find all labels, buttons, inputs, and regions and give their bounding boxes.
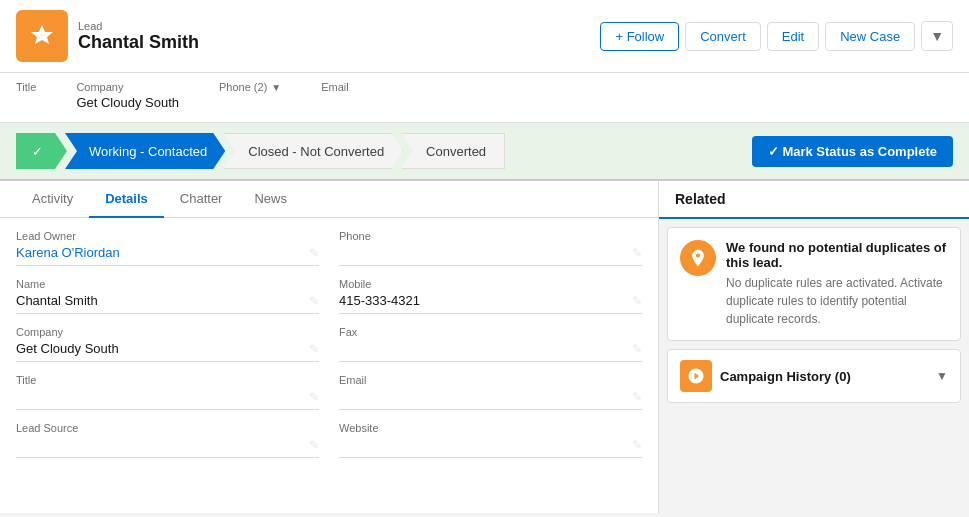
name-edit-icon[interactable]: ✎: [309, 294, 319, 308]
duplicate-notice: We found no potential duplicates of this…: [680, 240, 948, 328]
name-label: Name: [16, 278, 319, 290]
lead-text: Lead Chantal Smith: [78, 20, 199, 53]
page-header: Lead Chantal Smith + Follow Convert Edit…: [0, 0, 969, 73]
tab-details[interactable]: Details: [89, 181, 164, 218]
edit-button[interactable]: Edit: [767, 22, 819, 51]
status-step-closed[interactable]: Closed - Not Converted: [223, 133, 403, 169]
company-form-label: Company: [16, 326, 319, 338]
field-email: Email: [321, 81, 349, 110]
phone-field-value: ✎: [339, 244, 642, 266]
campaign-title: Campaign History (0): [720, 369, 851, 384]
field-phone: Phone ✎: [339, 230, 642, 266]
title-form-label: Title: [16, 374, 319, 386]
convert-button[interactable]: Convert: [685, 22, 761, 51]
follow-button[interactable]: + Follow: [600, 22, 679, 51]
form-row-3: Company Get Cloudy South ✎ Fax ✎: [16, 326, 642, 362]
title-label: Title: [16, 81, 36, 93]
duplicate-notice-card: We found no potential duplicates of this…: [667, 227, 961, 341]
company-form-text: Get Cloudy South: [16, 341, 119, 356]
tab-news[interactable]: News: [238, 181, 303, 218]
status-bar: ✓ Working - Contacted Closed - Not Conve…: [0, 123, 969, 181]
field-mobile: Mobile 415-333-4321 ✎: [339, 278, 642, 314]
status-working-label: Working - Contacted: [89, 144, 207, 159]
website-value: ✎: [339, 436, 642, 458]
more-actions-button[interactable]: ▼: [921, 21, 953, 51]
company-edit-icon[interactable]: ✎: [309, 342, 319, 356]
field-name: Name Chantal Smith ✎: [16, 278, 319, 314]
phone-chevron-icon[interactable]: ▼: [271, 82, 281, 93]
form-row-5: Lead Source ✎ Website ✎: [16, 422, 642, 458]
related-header: Related: [659, 181, 969, 219]
field-lead-owner: Lead Owner Karena O'Riordan ✎: [16, 230, 319, 266]
status-closed-label: Closed - Not Converted: [248, 144, 384, 159]
duplicate-text: We found no potential duplicates of this…: [726, 240, 948, 328]
check-icon: ✓: [32, 144, 43, 159]
phone-label: Phone (2) ▼: [219, 81, 281, 93]
company-form-value: Get Cloudy South ✎: [16, 340, 319, 362]
campaign-chevron-icon: ▼: [936, 369, 948, 383]
mobile-label: Mobile: [339, 278, 642, 290]
name-value: Chantal Smith ✎: [16, 292, 319, 314]
duplicate-desc: No duplicate rules are activated. Activa…: [726, 274, 948, 328]
status-step-converted[interactable]: Converted: [401, 133, 505, 169]
title-edit-icon[interactable]: ✎: [309, 390, 319, 404]
website-edit-icon[interactable]: ✎: [632, 438, 642, 452]
fax-label: Fax: [339, 326, 642, 338]
name-text: Chantal Smith: [16, 293, 98, 308]
header-actions: + Follow Convert Edit New Case ▼: [600, 21, 953, 51]
field-fax: Fax ✎: [339, 326, 642, 362]
form-body: Lead Owner Karena O'Riordan ✎ Phone ✎: [0, 218, 658, 482]
field-company: Company Get Cloudy South: [76, 81, 179, 110]
tab-chatter[interactable]: Chatter: [164, 181, 239, 218]
company-label: Company: [76, 81, 179, 93]
lead-owner-link[interactable]: Karena O'Riordan: [16, 245, 120, 260]
phone-field-label: Phone: [339, 230, 642, 242]
campaign-icon: [680, 360, 712, 392]
left-panel: Activity Details Chatter News Lead Owner…: [0, 181, 659, 513]
fax-edit-icon[interactable]: ✎: [632, 342, 642, 356]
fax-value: ✎: [339, 340, 642, 362]
form-row-2: Name Chantal Smith ✎ Mobile 415-333-4321…: [16, 278, 642, 314]
form-row-1: Lead Owner Karena O'Riordan ✎ Phone ✎: [16, 230, 642, 266]
email-label: Email: [321, 81, 349, 93]
lead-identity: Lead Chantal Smith: [16, 10, 199, 62]
mobile-text: 415-333-4321: [339, 293, 420, 308]
lead-owner-edit-icon[interactable]: ✎: [309, 246, 319, 260]
lead-source-value: ✎: [16, 436, 319, 458]
tab-activity[interactable]: Activity: [16, 181, 89, 218]
lead-source-label: Lead Source: [16, 422, 319, 434]
field-company-form: Company Get Cloudy South ✎: [16, 326, 319, 362]
title-form-value: ✎: [16, 388, 319, 410]
new-case-button[interactable]: New Case: [825, 22, 915, 51]
field-email-form: Email ✎: [339, 374, 642, 410]
right-panel: Related We found no potential duplicates…: [659, 181, 969, 513]
mark-complete-button[interactable]: ✓ Mark Status as Complete: [752, 136, 953, 167]
status-step-working[interactable]: Working - Contacted: [65, 133, 225, 169]
email-form-label: Email: [339, 374, 642, 386]
main-content: Activity Details Chatter News Lead Owner…: [0, 181, 969, 513]
phone-edit-icon[interactable]: ✎: [632, 246, 642, 260]
company-value: Get Cloudy South: [76, 95, 179, 110]
email-edit-icon[interactable]: ✎: [632, 390, 642, 404]
field-title-form: Title ✎: [16, 374, 319, 410]
field-phone: Phone (2) ▼: [219, 81, 281, 110]
lead-name: Chantal Smith: [78, 32, 199, 53]
email-form-value: ✎: [339, 388, 642, 410]
campaign-history-card[interactable]: Campaign History (0) ▼: [667, 349, 961, 403]
duplicate-icon: [680, 240, 716, 276]
lead-type-label: Lead: [78, 20, 199, 32]
field-title: Title: [16, 81, 36, 110]
subheader: Title Company Get Cloudy South Phone (2)…: [0, 73, 969, 123]
field-website: Website ✎: [339, 422, 642, 458]
mobile-value: 415-333-4321 ✎: [339, 292, 642, 314]
lead-owner-label: Lead Owner: [16, 230, 319, 242]
mobile-edit-icon[interactable]: ✎: [632, 294, 642, 308]
duplicate-title: We found no potential duplicates of this…: [726, 240, 948, 270]
status-step-completed[interactable]: ✓: [16, 133, 67, 169]
lead-source-edit-icon[interactable]: ✎: [309, 438, 319, 452]
lead-icon: [16, 10, 68, 62]
campaign-left: Campaign History (0): [680, 360, 851, 392]
website-label: Website: [339, 422, 642, 434]
status-converted-label: Converted: [426, 144, 486, 159]
form-row-4: Title ✎ Email ✎: [16, 374, 642, 410]
